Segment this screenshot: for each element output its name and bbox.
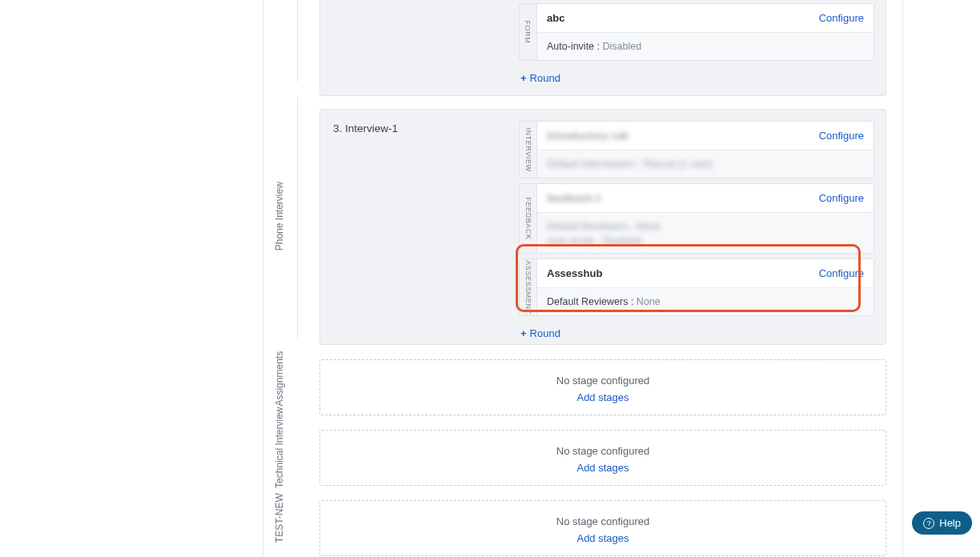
assessment-meta-value: None bbox=[633, 296, 660, 307]
plus-icon: + bbox=[520, 72, 527, 84]
feedback-meta1: Default Reviewers : None bbox=[547, 221, 864, 232]
stage-box-prev: FORM abc Configure Auto-invite : Disable… bbox=[319, 0, 886, 96]
add-stages-link[interactable]: Add stages bbox=[576, 391, 629, 403]
interview-tag: INTERVIEW bbox=[520, 122, 537, 178]
form-meta-label: Auto-invite : bbox=[547, 41, 600, 52]
empty-stage-technical-interview: No stage configured Add stages bbox=[319, 430, 886, 486]
interview-title: Introductory call bbox=[547, 130, 629, 142]
interview-card: INTERVIEW Introductory call Configure De… bbox=[519, 121, 874, 178]
assessment-configure-link[interactable]: Configure bbox=[819, 267, 864, 279]
no-stage-msg: No stage configured bbox=[320, 375, 886, 387]
assessment-tag: ASSESSMENT bbox=[520, 259, 537, 315]
interview-configure-link[interactable]: Configure bbox=[819, 130, 864, 142]
plus-icon: + bbox=[520, 327, 527, 339]
add-stages-link[interactable]: Add stages bbox=[576, 462, 629, 474]
add-round-button[interactable]: + Round bbox=[320, 324, 886, 344]
feedback-meta2: Auto-invite : Disabled bbox=[547, 235, 864, 246]
stage-side-label-technical-interview: Technical Interview bbox=[263, 421, 296, 474]
feedback-title: feedback-1 bbox=[547, 192, 601, 204]
assessment-meta-label: Default Reviewers : bbox=[547, 296, 633, 307]
empty-stage-test-new: No stage configured Add stages bbox=[319, 500, 886, 556]
no-stage-msg: No stage configured bbox=[320, 515, 886, 527]
form-meta-value: Disabled bbox=[600, 41, 641, 52]
help-icon: ? bbox=[923, 518, 934, 529]
add-round-button[interactable]: + Round bbox=[320, 69, 886, 89]
form-configure-link[interactable]: Configure bbox=[819, 12, 864, 24]
form-card: FORM abc Configure Auto-invite : Disable… bbox=[519, 3, 874, 61]
help-button[interactable]: ? Help bbox=[912, 511, 972, 535]
assessment-title: Assesshub bbox=[547, 267, 602, 279]
feedback-tag: FEEDBACK bbox=[520, 184, 537, 253]
no-stage-msg: No stage configured bbox=[320, 445, 886, 457]
assessment-card: ASSESSMENT Assesshub Configure Default R… bbox=[519, 258, 874, 316]
empty-stage-assignments: No stage configured Add stages bbox=[319, 359, 886, 415]
stage-side-label-assignments: Assignments bbox=[263, 352, 296, 405]
form-title: abc bbox=[547, 12, 564, 24]
stage-title: 3. Interview-1 bbox=[320, 110, 411, 147]
interview-meta: Default Interviewers : Recruit (1 user) bbox=[547, 158, 713, 170]
form-tag: FORM bbox=[520, 4, 537, 60]
stage-side-label-test-new: TEST-NEW bbox=[263, 491, 296, 544]
stage-box-interview1: 3. Interview-1 INTERVIEW Introductory ca… bbox=[319, 109, 886, 345]
stage-side-label-phone-interview: Phone Interview bbox=[263, 184, 296, 248]
feedback-configure-link[interactable]: Configure bbox=[819, 192, 864, 204]
feedback-card: FEEDBACK feedback-1 Configure Default Re… bbox=[519, 183, 874, 254]
add-stages-link[interactable]: Add stages bbox=[576, 532, 629, 544]
